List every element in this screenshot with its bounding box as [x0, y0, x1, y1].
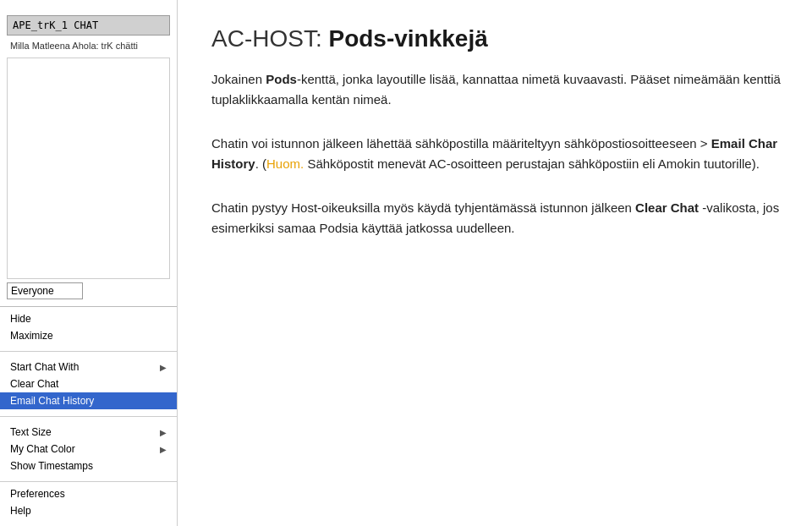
- arrow-icon-3: ▶: [160, 445, 167, 454]
- menu-preferences[interactable]: Preferences: [0, 485, 177, 502]
- bottom-menu: Preferences Help: [0, 485, 177, 526]
- paragraph-1: Jokainen Pods-kenttä, jonka layoutille l…: [211, 69, 787, 110]
- paragraph-2: Chatin voi istunnon jälkeen lähettää säh…: [211, 134, 787, 174]
- separator-2: [0, 351, 177, 352]
- content-panel: AC-HOST: Pods-vinkkejä Jokainen Pods-ken…: [178, 0, 812, 526]
- menu-section-3: Text Size ▶ My Chat Color ▶ Show Timesta…: [0, 420, 177, 478]
- separator-4: [0, 481, 177, 482]
- menu-email-history[interactable]: Email Chat History: [0, 392, 177, 409]
- separator-3: [0, 416, 177, 417]
- menu-clear-chat[interactable]: Clear Chat: [0, 375, 177, 392]
- menu-timestamps[interactable]: Show Timestamps: [0, 458, 177, 474]
- menu-start-chat[interactable]: Start Chat With ▶: [0, 359, 177, 375]
- menu-section-2: Start Chat With ▶ Clear Chat Email Chat …: [0, 355, 177, 413]
- menu-section-1: Hide Maximize: [0, 307, 177, 348]
- content-section-2: Chatin voi istunnon jälkeen lähettää säh…: [211, 134, 787, 183]
- menu-chat-color[interactable]: My Chat Color ▶: [0, 441, 177, 458]
- content-section-1: Jokainen Pods-kenttä, jonka layoutille l…: [211, 69, 787, 118]
- chat-messages-area: [7, 58, 170, 279]
- arrow-icon: ▶: [160, 363, 167, 372]
- chat-title-text: APE_trK_1 CHAT: [13, 19, 98, 31]
- user-info-text: Milla Matleena Ahola: trK chätti: [10, 41, 138, 51]
- menu-hide[interactable]: Hide: [0, 310, 177, 327]
- paragraph-3: Chatin pystyy Host-oikeuksilla myös käyd…: [211, 198, 787, 238]
- page-title: AC-HOST: Pods-vinkkejä: [211, 25, 787, 52]
- menu-text-size[interactable]: Text Size ▶: [0, 424, 177, 441]
- chat-panel: APE_trK_1 CHAT Milla Matleena Ahola: trK…: [0, 0, 178, 526]
- everyone-row: Everyone: [7, 282, 170, 299]
- menu-maximize[interactable]: Maximize: [0, 327, 177, 344]
- everyone-dropdown[interactable]: Everyone: [7, 282, 83, 299]
- menu-help[interactable]: Help: [0, 502, 177, 519]
- chat-title-bar: APE_trK_1 CHAT: [7, 15, 170, 36]
- chat-user-info: Milla Matleena Ahola: trK chätti: [7, 39, 170, 52]
- content-section-3: Chatin pystyy Host-oikeuksilla myös käyd…: [211, 198, 787, 247]
- everyone-label: Everyone: [11, 285, 54, 297]
- arrow-icon-2: ▶: [160, 428, 167, 437]
